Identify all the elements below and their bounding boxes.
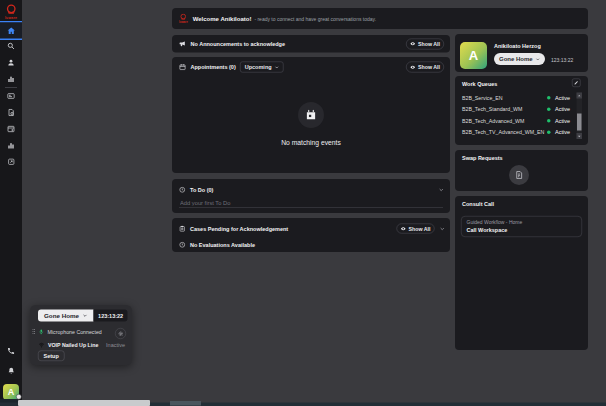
- cases-collapse-chevron[interactable]: [440, 226, 446, 232]
- person-icon: [7, 59, 15, 67]
- queues-scrollbar-track[interactable]: [577, 93, 583, 140]
- chevron-down-icon: [83, 313, 88, 318]
- audio-settings-button[interactable]: [115, 328, 126, 339]
- horizontal-scrollbar-segment: [170, 401, 201, 406]
- home-icon: [7, 26, 16, 35]
- scroll-down-button[interactable]: [577, 133, 583, 139]
- popup-status-timer: 123:13:22: [94, 310, 128, 322]
- welcome-title: Welcome Anikiloato!: [193, 15, 252, 22]
- calendar-icon: [179, 64, 186, 71]
- cases-pending-row: Cases Pending for Acknowledgement Show A…: [172, 221, 450, 237]
- appointments-label: Appointments (0): [191, 64, 236, 70]
- todo-header[interactable]: To Do (0): [172, 179, 450, 197]
- queue-name: B2B_Tech_TV_Advanced_WM_EN: [462, 129, 547, 135]
- brand-logo-icon: [6, 4, 17, 15]
- consult-call-card: Consult Call Guided Workflow - Home Call…: [455, 196, 588, 350]
- appointments-empty-state: No matching events: [172, 102, 450, 147]
- search-icon: [7, 42, 15, 50]
- horizontal-scrollbar-thumb[interactable]: [18, 400, 150, 406]
- swap-requests-card: Swap Requests: [455, 150, 588, 191]
- setup-button[interactable]: Setup: [38, 351, 64, 362]
- queue-name: B2B_Tech_Advanced_WM: [462, 118, 547, 124]
- appointments-card: Appointments (0) Upcoming Show All No ma…: [172, 57, 450, 173]
- chevron-down-icon: [275, 65, 280, 70]
- drag-handle[interactable]: [33, 329, 37, 336]
- window-icon: [7, 125, 15, 133]
- work-queues-card: Work Queues B2B_Service_EN Active B2B_Te…: [455, 76, 588, 145]
- appointments-show-all-button[interactable]: Show All: [406, 62, 444, 73]
- voip-line-label: VOIP Nailed Up Line: [48, 342, 98, 348]
- export-icon: [7, 158, 15, 166]
- announcements-show-all-button[interactable]: Show All: [406, 38, 444, 49]
- wifi-icon: [39, 342, 45, 348]
- bar-chart2-icon: [7, 142, 15, 150]
- sidebar-item-notifications[interactable]: [0, 367, 22, 375]
- phone-icon: [7, 347, 15, 355]
- edit-queues-button[interactable]: [572, 79, 581, 88]
- todo-label: To Do (0): [190, 187, 213, 193]
- avatar-initial: A: [8, 387, 15, 398]
- scroll-up-button[interactable]: [577, 93, 583, 99]
- show-all-label: Show All: [418, 41, 440, 47]
- popup-status-value: Gone Home: [44, 312, 79, 319]
- announcements-card: No Announcements to acknowledge Show All: [172, 35, 450, 53]
- active-status-dot: [547, 119, 551, 123]
- sidebar-item-tasks[interactable]: [0, 109, 22, 117]
- todo-input[interactable]: [179, 197, 443, 208]
- bell-icon: [7, 367, 15, 375]
- chevron-down-icon: [536, 57, 541, 62]
- consult-call-title: Consult Call: [462, 201, 494, 207]
- call-workspace-option[interactable]: Guided Workflow - Home Call Workspace: [461, 216, 582, 237]
- eye-icon: [410, 41, 416, 47]
- sidebar-item-reports[interactable]: [0, 142, 22, 150]
- queue-row: B2B_Tech_TV_Advanced_WM_EN Active: [462, 127, 570, 138]
- work-queues-title: Work Queues: [462, 81, 497, 87]
- todo-collapse-chevron[interactable]: [439, 187, 445, 193]
- document-clock-icon: [7, 109, 15, 117]
- welcome-banner: luware Welcome Anikiloato! - ready to co…: [172, 8, 588, 29]
- queue-name: B2B_Tech_Standard_WM: [462, 106, 547, 112]
- user-status-select[interactable]: Gone Home: [494, 53, 545, 65]
- announcements-label: No Announcements to acknowledge: [191, 41, 286, 47]
- sidebar-item-statistics[interactable]: [0, 75, 22, 83]
- queue-row: B2B_Service_EN Active: [462, 92, 570, 103]
- bar-chart-icon: [7, 75, 15, 83]
- brand-logo: luware: [0, 0, 22, 19]
- sidebar-divider: [5, 87, 17, 88]
- home-active-indicator: [0, 39, 22, 41]
- triangle-up-icon: [578, 94, 582, 98]
- calendar-icon: [306, 110, 317, 121]
- active-status-dot: [547, 130, 551, 134]
- popup-status-chip: Gone Home 123:13:22: [38, 310, 128, 322]
- appointments-filter-select[interactable]: Upcoming: [240, 62, 283, 73]
- welcome-subtitle: - ready to connect and have great conver…: [254, 16, 376, 22]
- sidebar-item-wallboard[interactable]: [0, 92, 22, 100]
- queues-scrollbar-thumb[interactable]: [577, 114, 582, 131]
- cases-show-all-button[interactable]: Show All: [397, 224, 435, 234]
- show-all-label: Show All: [418, 64, 440, 70]
- pencil-icon: [574, 81, 579, 86]
- sidebar-item-search[interactable]: [0, 42, 22, 50]
- sidebar-item-export[interactable]: [0, 158, 22, 166]
- setup-label: Setup: [44, 353, 59, 359]
- banner-brand-logo: luware: [179, 14, 188, 24]
- phone-settings-popup: Gone Home 123:13:22 Microphone Connected…: [30, 305, 132, 365]
- todo-card: To Do (0): [172, 179, 450, 213]
- chevron-down-icon: [440, 226, 446, 232]
- clock-icon: [179, 186, 186, 193]
- sidebar-item-home[interactable]: [0, 23, 22, 39]
- queue-status: Active: [555, 95, 570, 101]
- queue-name: B2B_Service_EN: [462, 95, 547, 101]
- gear-icon: [118, 331, 124, 337]
- sidebar-item-phone[interactable]: [0, 347, 22, 355]
- cases-label: Cases Pending for Acknowledgement: [190, 226, 288, 232]
- banner-brand-icon: [180, 14, 187, 21]
- voip-line-row: VOIP Nailed Up Line: [39, 342, 99, 348]
- wallboard-icon: [7, 92, 15, 100]
- popup-status-select[interactable]: Gone Home: [38, 310, 94, 322]
- announcement-icon: [179, 40, 186, 47]
- sidebar-item-workspace[interactable]: [0, 125, 22, 133]
- sidebar-item-contacts[interactable]: [0, 59, 22, 67]
- show-all-label: Show All: [409, 226, 431, 232]
- no-matching-events-text: No matching events: [281, 139, 341, 147]
